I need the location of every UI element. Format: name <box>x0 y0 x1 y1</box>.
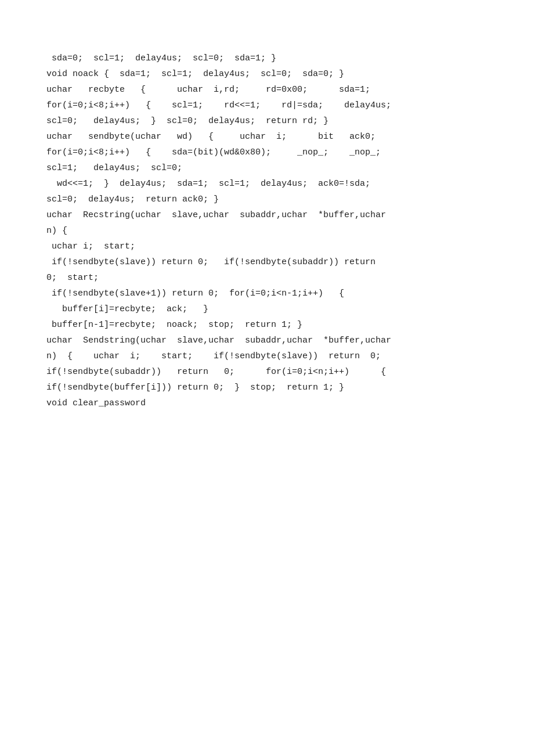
code-line-line14: if(!sendbyte(slave)) return 0; if(!sendb… <box>46 254 499 270</box>
code-line-line7: for(i=0;i<8;i++) { sda=(bit)(wd&0x80); _… <box>46 145 499 160</box>
code-line-line8: scl=1; delay4us; scl=0; <box>46 160 499 176</box>
code-line-line10: scl=0; delay4us; return ack0; } <box>46 192 499 207</box>
code-line-line2: void noack { sda=1; scl=1; delay4us; scl… <box>46 66 499 82</box>
code-line-line6: uchar sendbyte(uchar wd) { uchar i; bit … <box>46 129 499 145</box>
code-line-line16: if(!sendbyte(slave+1)) return 0; for(i=0… <box>46 286 499 301</box>
code-line-line21: if(!sendbyte(subaddr)) return 0; for(i=0… <box>46 364 499 380</box>
code-line-line12: n) { <box>46 223 499 239</box>
code-line-line23: void clear_password <box>46 395 499 411</box>
code-line-line13: uchar i; start; <box>46 239 499 254</box>
code-line-line20: n) { uchar i; start; if(!sendbyte(slave)… <box>46 348 499 364</box>
code-line-line11: uchar Recstring(uchar slave,uchar subadd… <box>46 207 499 223</box>
code-line-line3: uchar recbyte { uchar i,rd; rd=0x00; sda… <box>46 82 499 98</box>
code-line-line1: sda=0; scl=1; delay4us; scl=0; sda=1; } <box>46 51 499 66</box>
code-line-line18: buffer[n-1]=recbyte; noack; stop; return… <box>46 317 499 333</box>
code-line-line5: scl=0; delay4us; } scl=0; delay4us; retu… <box>46 113 499 129</box>
code-line-line9: wd<<=1; } delay4us; sda=1; scl=1; delay4… <box>46 176 499 192</box>
code-line-line22: if(!sendbyte(buffer[i])) return 0; } sto… <box>46 380 499 395</box>
code-line-line4: for(i=0;i<8;i++) { scl=1; rd<<=1; rd|=sd… <box>46 98 499 113</box>
code-line-line15: 0; start; <box>46 270 499 286</box>
code-content: sda=0; scl=1; delay4us; scl=0; sda=1; }v… <box>46 35 499 411</box>
code-line-line19: uchar Sendstring(uchar slave,uchar subad… <box>46 333 499 348</box>
code-line-line17: buffer[i]=recbyte; ack; } <box>46 301 499 317</box>
